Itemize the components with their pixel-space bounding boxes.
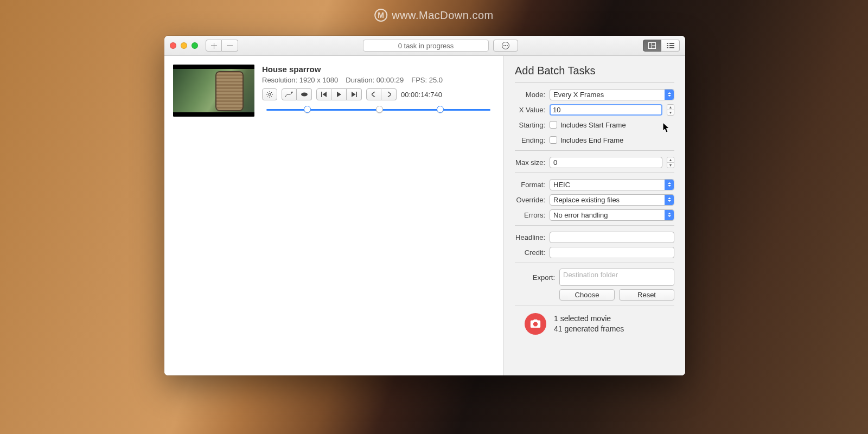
timecode: 00:00:14:740: [401, 91, 442, 99]
movie-thumbnail: [173, 65, 254, 117]
svg-point-13: [301, 93, 308, 97]
maxsize-stepper[interactable]: ▲▼: [667, 157, 674, 168]
divider: [515, 82, 674, 83]
window-body: House sparrow Resolution: 1920 x 1080 Du…: [164, 56, 685, 375]
override-label: Override:: [515, 196, 545, 204]
app-window: 0 task in progress House sparrow Resolut…: [164, 36, 685, 375]
movie-list: House sparrow Resolution: 1920 x 1080 Du…: [164, 56, 504, 375]
movie-info: Resolution: 1920 x 1080 Duration: 00:00:…: [262, 76, 495, 84]
divider: [515, 150, 674, 151]
headline-input[interactable]: [550, 232, 674, 243]
playhead-handle[interactable]: [376, 106, 383, 113]
ending-label: Ending:: [515, 136, 545, 144]
toolbar-status-text: 0 task in progress: [398, 42, 454, 50]
play-button[interactable]: [331, 88, 347, 100]
divider: [515, 305, 674, 305]
add-button[interactable]: [206, 40, 222, 52]
settings-button[interactable]: [262, 88, 277, 100]
view-toggle: [643, 40, 680, 52]
xvalue-label: X Value:: [515, 106, 545, 114]
xvalue-input[interactable]: 10: [550, 104, 662, 116]
traffic-lights: [170, 42, 198, 49]
minimize-window-button[interactable]: [181, 42, 187, 49]
watermark-icon: M: [374, 9, 387, 22]
movie-meta: House sparrow Resolution: 1920 x 1080 Du…: [262, 65, 495, 117]
starting-label: Starting:: [515, 121, 545, 129]
view-list-button[interactable]: [661, 40, 680, 52]
prev-frame-button[interactable]: [316, 88, 331, 100]
svg-rect-9: [669, 45, 674, 46]
mark-in-button[interactable]: [366, 88, 381, 100]
svg-rect-10: [669, 47, 674, 48]
mode-label: Mode:: [515, 91, 545, 99]
chevron-updown-icon: [665, 210, 674, 220]
svg-rect-14: [321, 92, 322, 97]
divider: [515, 263, 674, 263]
ending-checkbox-label: Includes End Frame: [560, 136, 623, 144]
remove-button[interactable]: [222, 40, 238, 52]
svg-rect-7: [667, 47, 668, 48]
chevron-updown-icon: [665, 180, 674, 190]
svg-point-1: [503, 45, 505, 46]
summary-frames: 41 generated frames: [554, 324, 624, 334]
timeline-slider[interactable]: [262, 105, 495, 114]
svg-rect-6: [667, 45, 668, 46]
watermark: M www.MacDown.com: [374, 9, 494, 22]
choose-button[interactable]: Choose: [559, 289, 615, 301]
mode-select[interactable]: Every X Frames: [550, 89, 674, 100]
credit-label: Credit:: [515, 248, 545, 257]
export-input[interactable]: Destination folder: [559, 269, 674, 286]
titlebar: 0 task in progress: [164, 36, 685, 56]
summary-movies: 1 selected movie: [554, 314, 624, 324]
range-end-handle[interactable]: [437, 106, 444, 113]
format-label: Format:: [515, 181, 545, 189]
maxsize-label: Max size:: [515, 158, 545, 167]
close-window-button[interactable]: [170, 42, 176, 49]
chevron-updown-icon: [665, 90, 674, 100]
format-select[interactable]: HEIC: [550, 179, 674, 190]
starting-checkbox-label: Includes Start Frame: [560, 121, 626, 129]
toolbar-status[interactable]: 0 task in progress: [363, 40, 489, 52]
watermark-text: www.MacDown.com: [392, 9, 494, 22]
mark-out-button[interactable]: [381, 88, 397, 100]
reset-button[interactable]: Reset: [619, 289, 674, 301]
camera-icon: [525, 313, 546, 335]
errors-select[interactable]: No error handling: [550, 209, 674, 221]
svg-point-3: [507, 45, 508, 46]
batch-panel: Add Batch Tasks Mode: Every X Frames X V…: [504, 56, 685, 375]
chevron-updown-icon: [665, 195, 674, 205]
maxsize-input[interactable]: 0: [550, 157, 662, 168]
svg-point-2: [505, 45, 506, 46]
ending-checkbox[interactable]: [550, 136, 557, 144]
playback-controls: 00:00:14:740: [262, 88, 495, 100]
export-label: Export:: [515, 273, 555, 282]
zoom-window-button[interactable]: [192, 42, 198, 49]
fast-button[interactable]: [297, 88, 312, 100]
panel-title: Add Batch Tasks: [515, 65, 674, 77]
movie-title: House sparrow: [262, 65, 495, 74]
svg-rect-5: [667, 43, 668, 44]
slow-button[interactable]: [282, 88, 297, 100]
svg-rect-8: [669, 43, 674, 44]
add-remove-segment: [206, 40, 238, 52]
divider: [515, 225, 674, 226]
summary: 1 selected movie 41 generated frames: [515, 313, 674, 335]
range-start-handle[interactable]: [304, 106, 311, 113]
view-panel-button[interactable]: [643, 40, 661, 52]
credit-input[interactable]: [550, 247, 674, 258]
xvalue-stepper[interactable]: ▲▼: [667, 104, 674, 116]
next-frame-button[interactable]: [347, 88, 362, 100]
svg-point-11: [269, 93, 271, 95]
more-button[interactable]: [493, 40, 518, 52]
starting-checkbox[interactable]: [550, 121, 557, 129]
movie-item[interactable]: House sparrow Resolution: 1920 x 1080 Du…: [173, 65, 495, 117]
divider: [515, 173, 674, 173]
svg-rect-15: [356, 92, 357, 97]
errors-label: Errors:: [515, 211, 545, 219]
headline-label: Headline:: [515, 233, 545, 241]
override-select[interactable]: Replace existing files: [550, 194, 674, 206]
